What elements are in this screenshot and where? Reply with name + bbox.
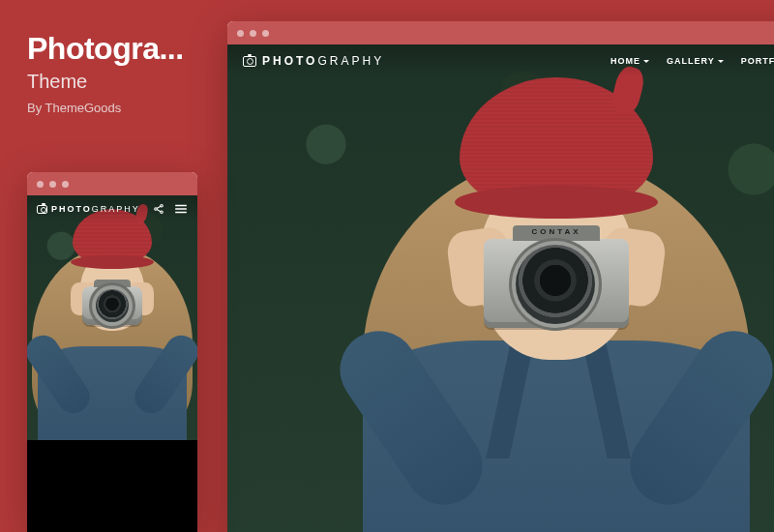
camera: CONTAX — [484, 239, 629, 328]
mobile-preview-frame: PHOTOGRAPHY — [27, 172, 197, 532]
logo-light: GRAPHY — [317, 54, 384, 68]
hero-person: CONTAX — [305, 44, 774, 532]
camera-icon — [37, 205, 47, 214]
window-dot — [262, 30, 269, 37]
window-dot — [250, 30, 256, 37]
svg-line-3 — [157, 206, 161, 208]
mobile-actions — [153, 203, 188, 215]
window-dot — [37, 181, 44, 188]
site-header: PHOTOGRAPHY HOME GALLERY PORTFOLIO PAGES — [227, 44, 774, 77]
camera-icon — [243, 56, 256, 67]
site-header: PHOTOGRAPHY — [27, 195, 197, 222]
theme-subtitle: Theme — [27, 71, 184, 93]
browser-titlebar — [27, 172, 197, 195]
main-nav: HOME GALLERY PORTFOLIO PAGES — [610, 56, 774, 66]
window-dot — [62, 181, 69, 188]
desktop-preview-frame: CONTAX PHOTOGRAPHY HOME GALLERY PORTFOLI… — [227, 21, 774, 532]
browser-titlebar — [227, 21, 774, 44]
theme-author: By ThemeGoods — [27, 101, 184, 115]
content-band — [27, 440, 197, 532]
site-logo[interactable]: PHOTOGRAPHY — [37, 204, 140, 214]
camera-lens-icon — [516, 245, 595, 324]
chevron-down-icon — [643, 60, 649, 63]
camera-lens-icon — [96, 289, 129, 322]
window-dot — [237, 30, 244, 37]
nav-gallery[interactable]: GALLERY — [667, 56, 724, 66]
mobile-viewport: PHOTOGRAPHY — [27, 195, 197, 532]
logo-bold: PHOTO — [51, 204, 92, 214]
hero-person — [27, 195, 197, 445]
share-icon[interactable] — [153, 203, 164, 215]
logo-light: GRAPHY — [92, 204, 140, 214]
camera — [82, 286, 142, 325]
nav-home[interactable]: HOME — [610, 56, 649, 66]
chevron-down-icon — [718, 60, 724, 63]
desktop-viewport: CONTAX PHOTOGRAPHY HOME GALLERY PORTFOLI… — [227, 44, 774, 532]
theme-info: Photogra... Theme By ThemeGoods — [27, 31, 184, 115]
camera-brand: CONTAX — [484, 227, 629, 236]
logo-bold: PHOTO — [262, 54, 317, 68]
theme-title: Photogra... — [27, 31, 184, 67]
window-dot — [49, 181, 56, 188]
hamburger-icon[interactable] — [174, 203, 188, 215]
svg-line-4 — [157, 210, 161, 212]
site-logo[interactable]: PHOTOGRAPHY — [243, 54, 384, 68]
nav-portfolio[interactable]: PORTFOLIO — [741, 56, 774, 66]
